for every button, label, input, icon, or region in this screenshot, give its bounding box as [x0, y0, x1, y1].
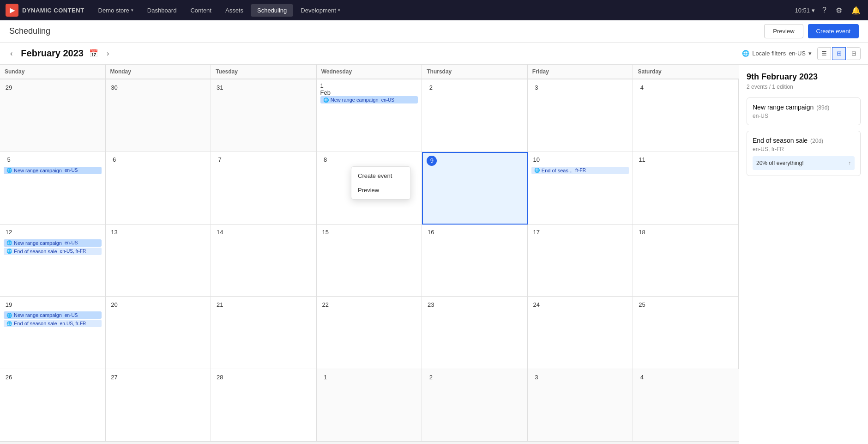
- calendar-icon[interactable]: 📅: [89, 49, 98, 58]
- calendar-cell-feb7[interactable]: 7: [211, 152, 317, 225]
- day-header-monday: Monday: [106, 65, 211, 79]
- calendar-weeks: 29 30 31 1 Feb 🌐 New range campaign en-U…: [0, 79, 739, 442]
- calendar-cell-feb25[interactable]: 25: [633, 297, 739, 369]
- context-menu-preview[interactable]: Preview: [351, 183, 410, 197]
- preview-button[interactable]: Preview: [764, 24, 803, 38]
- nav-item-assets[interactable]: Assets: [219, 4, 250, 17]
- cell-date: 31: [215, 82, 225, 92]
- calendar-cell-feb19[interactable]: 19 🌐 New range campaign en-US 🌐 End of s…: [0, 297, 106, 369]
- grid-view-button[interactable]: ⊞: [832, 47, 846, 60]
- calendar-cell-feb26[interactable]: 26: [0, 369, 106, 442]
- calendar-cell-mar3[interactable]: 3: [528, 369, 633, 442]
- event-locale: en-US, fr-FR: [60, 249, 86, 254]
- event-end-of-season[interactable]: 🌐 End of seas... fr-FR: [531, 167, 629, 174]
- nav-item-development[interactable]: Development ▾: [294, 4, 347, 17]
- calendar-cell-feb3[interactable]: 3: [528, 79, 633, 152]
- calendar-cell-feb22[interactable]: 22: [317, 297, 422, 369]
- chevron-down-icon: ▾: [808, 50, 812, 57]
- cell-date: 6: [109, 155, 120, 165]
- cell-date: 12: [4, 227, 14, 237]
- calendar-cell-feb4[interactable]: 4: [633, 79, 739, 152]
- calendar-cell-feb27[interactable]: 27: [106, 369, 211, 442]
- event-new-range-campaign[interactable]: 🌐 New range campaign en-US: [4, 239, 102, 247]
- calendar: Sunday Monday Tuesday Wednesday Thursday…: [0, 65, 739, 444]
- calendar-cell-feb15[interactable]: 15: [317, 225, 422, 297]
- event2-promo: 20% off everything! ↑: [753, 156, 855, 170]
- chevron-down-icon: ▾: [812, 7, 815, 14]
- calendar-right-controls: 🌐 Locale filters en-US ▾ ☰ ⊞ ⊟: [742, 47, 861, 60]
- right-panel-event-2: End of season sale (20d) en-US, fr-FR 20…: [747, 131, 861, 176]
- day-header-thursday: Thursday: [422, 65, 528, 79]
- event-label: New range campaign: [14, 240, 62, 246]
- calendar-cell-feb16[interactable]: 16: [422, 225, 528, 297]
- calendar-cell-feb21[interactable]: 21: [211, 297, 317, 369]
- calendar-cell-mar4[interactable]: 4: [633, 369, 739, 442]
- clock-display: 10:51 ▾: [795, 7, 815, 14]
- list-view-button[interactable]: ☰: [817, 47, 831, 60]
- compact-view-button[interactable]: ⊟: [847, 47, 861, 60]
- sub-actions: Preview Create event: [764, 24, 859, 38]
- event-end-of-season[interactable]: 🌐 End of season sale en-US, fr-FR: [4, 320, 102, 327]
- day-header-tuesday: Tuesday: [211, 65, 317, 79]
- event1-name: New range campaign: [753, 103, 814, 111]
- locale-value: en-US: [789, 50, 806, 57]
- nav-item-scheduling[interactable]: Scheduling: [251, 4, 293, 17]
- upload-icon[interactable]: ↑: [848, 160, 851, 166]
- app-logo[interactable]: ▶ DYNAMIC CONTENT: [6, 4, 84, 17]
- calendar-cell-feb23[interactable]: 23: [422, 297, 528, 369]
- calendar-cell-feb18[interactable]: 18: [633, 225, 739, 297]
- calendar-cell-feb12[interactable]: 12 🌐 New range campaign en-US 🌐 End of s…: [0, 225, 106, 297]
- event-new-range-campaign[interactable]: 🌐 New range campaign en-US: [4, 311, 102, 319]
- calendar-cell-feb11[interactable]: 11: [633, 152, 739, 225]
- calendar-cell-feb13[interactable]: 13: [106, 225, 211, 297]
- calendar-cell-feb1[interactable]: 1 Feb 🌐 New range campaign en-US: [317, 79, 422, 152]
- prev-month-button[interactable]: ‹: [7, 48, 15, 60]
- next-month-button[interactable]: ›: [104, 48, 112, 60]
- cell-date: 4: [637, 372, 647, 382]
- selected-date-title: 9th February 2023: [747, 72, 861, 82]
- calendar-cell-feb17[interactable]: 17: [528, 225, 633, 297]
- cell-date: 1 Feb: [320, 84, 331, 94]
- cell-date: 3: [531, 82, 542, 92]
- calendar-cell-jan31[interactable]: 31: [211, 79, 317, 152]
- calendar-cell-feb2[interactable]: 2: [422, 79, 528, 152]
- calendar-cell-jan30[interactable]: 30: [106, 79, 211, 152]
- calendar-cell-feb14[interactable]: 14: [211, 225, 317, 297]
- cell-date: 21: [215, 299, 225, 310]
- help-icon[interactable]: ?: [820, 4, 828, 16]
- globe-icon: 🌐: [6, 168, 12, 173]
- settings-icon[interactable]: ⚙: [834, 4, 844, 17]
- event-locale: en-US: [65, 313, 78, 318]
- calendar-cell-mar2[interactable]: 2: [422, 369, 528, 442]
- notifications-icon[interactable]: 🔔: [850, 4, 862, 17]
- create-event-button[interactable]: Create event: [808, 24, 859, 38]
- cell-date: 7: [215, 155, 225, 165]
- calendar-cell-feb5[interactable]: 5 🌐 New range campaign en-US: [0, 152, 106, 225]
- cell-date: 8: [320, 155, 331, 165]
- event-end-of-season[interactable]: 🌐 End of season sale en-US, fr-FR: [4, 248, 102, 255]
- logo-icon: ▶: [6, 4, 18, 17]
- calendar-cell-feb9[interactable]: 9: [422, 152, 528, 225]
- calendar-cell-feb6[interactable]: 6: [106, 152, 211, 225]
- locale-filter[interactable]: 🌐 Locale filters en-US ▾: [742, 50, 812, 57]
- nav-item-content[interactable]: Content: [184, 4, 218, 17]
- cell-date: 30: [109, 82, 120, 92]
- cell-date: 24: [531, 299, 542, 310]
- cell-date: 4: [637, 82, 647, 92]
- events-count: 2 events / 1 edition: [747, 84, 861, 90]
- nav-item-demo-store[interactable]: Demo store ▾: [92, 4, 140, 17]
- calendar-cell-mar1[interactable]: 1: [317, 369, 422, 442]
- event-label: End of season sale: [14, 321, 57, 326]
- calendar-cell-feb10[interactable]: 10 🌐 End of seas... fr-FR: [528, 152, 633, 225]
- calendar-cell-feb24[interactable]: 24: [528, 297, 633, 369]
- calendar-cell-feb28[interactable]: 28: [211, 369, 317, 442]
- cell-date: 20: [109, 299, 120, 310]
- nav-item-dashboard[interactable]: Dashboard: [141, 4, 183, 17]
- main-layout: Sunday Monday Tuesday Wednesday Thursday…: [0, 65, 868, 444]
- calendar-cell-feb20[interactable]: 20: [106, 297, 211, 369]
- event-new-range-campaign[interactable]: 🌐 New range campaign en-US: [320, 96, 418, 103]
- context-menu-create-event[interactable]: Create event: [351, 169, 410, 183]
- event-new-range-campaign[interactable]: 🌐 New range campaign en-US: [4, 167, 102, 174]
- cell-date: 25: [637, 299, 647, 310]
- calendar-cell-jan29[interactable]: 29: [0, 79, 106, 152]
